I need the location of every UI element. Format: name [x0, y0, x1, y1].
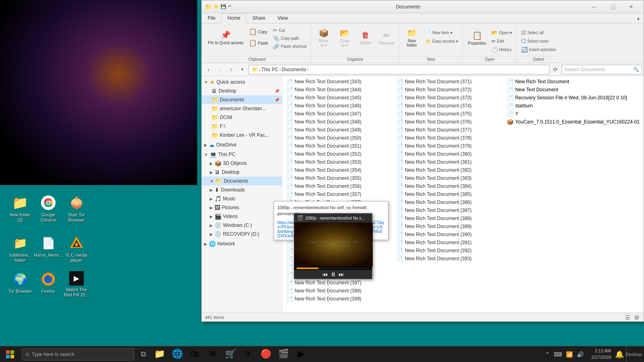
history-button[interactable]: 🕐 History — [489, 46, 514, 53]
start-button[interactable] — [0, 346, 20, 362]
forward-button[interactable]: › — [215, 65, 225, 74]
network-header[interactable]: ▶ 🌐 Network — [202, 239, 282, 248]
list-item[interactable]: 📄New Rich Text Document — [504, 78, 642, 86]
pin-to-quick-access-button[interactable]: 📌 Pin to Quick access — [206, 27, 246, 49]
desktop-icon-new-folder[interactable]: 📁 New folder(3) — [4, 193, 36, 224]
list-item[interactable]: 📄New Rich Text Document (387) — [394, 206, 504, 214]
task-view-button[interactable]: ⧉ — [136, 346, 151, 362]
sidebar-item-desktop[interactable]: 🖥 Desktop 📌 — [202, 86, 282, 95]
list-item[interactable]: 📄New Rich Text Document (393) — [394, 255, 504, 263]
ribbon-tab-view[interactable]: View — [271, 13, 294, 23]
list-item[interactable]: 📄New Rich Text Document (373) — [394, 94, 504, 102]
select-none-button[interactable]: ☐ Select none — [519, 37, 558, 45]
new-folder-button[interactable]: 📁 Newfolder — [402, 27, 422, 49]
sidebar-item-f-drive[interactable]: 📁 F:\ — [202, 122, 282, 131]
taskbar-search[interactable]: ⊙ Type here to search — [22, 348, 134, 360]
list-item[interactable]: 📄New Rich Text Document (374) — [394, 102, 504, 110]
list-item[interactable]: 📄New Rich Text Document (346) — [284, 102, 394, 110]
taskbar-app-media[interactable]: ▶ — [292, 346, 310, 362]
list-item[interactable]: 📄New Rich Text Document (382) — [394, 166, 504, 174]
network-tray-icon[interactable]: 📶 — [565, 350, 574, 358]
list-item[interactable]: 📄New Rich Text Document (399) — [284, 295, 394, 303]
list-item[interactable]: 📄New Rich Text Document (355) — [284, 174, 394, 182]
list-item[interactable]: 📄New Rich Text Document (390) — [394, 230, 504, 239]
list-item[interactable]: 📄New Rich Text Document (372) — [394, 86, 504, 94]
rename-button[interactable]: ✏ Rename — [376, 27, 396, 49]
vlc-pause-button[interactable]: ⏸ — [330, 271, 336, 278]
sidebar-item-kimber[interactable]: 📁 Kimber Lee - VR Pac... — [202, 131, 282, 140]
list-item[interactable]: 📄New Rich Text Document (381) — [394, 158, 504, 166]
list-item[interactable]: 📄New Rich Text Document (357) — [284, 190, 394, 198]
sidebar-item-desktop-pc[interactable]: ▶ 🖥 Desktop — [202, 168, 282, 177]
cut-button[interactable]: ✂ Cut — [271, 27, 308, 34]
copy-path-button[interactable]: 📎 Copy path — [271, 35, 308, 42]
this-pc-header[interactable]: ▼ 💻 This PC — [202, 150, 282, 159]
list-item[interactable]: 📄New Rich Text Document (375) — [394, 110, 504, 118]
sidebar-item-videos[interactable]: ▶ 🎬 Videos — [202, 212, 282, 221]
show-desktop-button[interactable]: Desktop — [626, 346, 641, 362]
system-clock[interactable]: 2:12 AM 2/27/2020 — [587, 348, 611, 360]
list-item[interactable]: 📄New Rich Text Document (350) — [284, 134, 394, 142]
list-item[interactable]: 📄New Rich Text Document (391) — [394, 239, 504, 247]
new-item-button[interactable]: 📄 New item ▾ — [423, 29, 460, 37]
desktop-icon-firefox[interactable]: Firefox — [32, 269, 64, 296]
taskbar-app-store[interactable]: 🛍 — [186, 346, 204, 362]
list-item[interactable]: 📄starburn — [504, 102, 642, 110]
list-item[interactable]: 📄New Rich Text Document (385) — [394, 190, 504, 198]
sidebar-item-documents-pc[interactable]: ▼ 📁 Documents — [202, 177, 282, 185]
list-item[interactable]: 📄New Rich Text Document (354) — [284, 166, 394, 174]
list-item[interactable]: 📄New Rich Text Document (384) — [394, 182, 504, 190]
vlc-next-button[interactable]: ⏭ — [339, 271, 344, 278]
taskbar-app-file-explorer[interactable]: 📁 — [151, 346, 168, 362]
desktop-icon-watch[interactable]: ▶ Watch TheRed Pill 20... — [60, 269, 93, 299]
desktop-icon-tor-browser-start[interactable]: 🧅 Start Tor Browser — [60, 193, 93, 224]
edit-button[interactable]: ✏ Edit — [489, 37, 514, 45]
sidebar-item-downloads[interactable]: ▶ ⬇ Downloads — [202, 185, 282, 194]
list-item[interactable]: 📄New Rich Text Document (383) — [394, 174, 504, 182]
vlc-prev-button[interactable]: ⏮ — [322, 271, 328, 278]
notification-center-button[interactable]: 🔔 — [615, 350, 624, 359]
sidebar-item-music[interactable]: ▶ 🎵 Music — [202, 194, 282, 203]
list-item[interactable]: 📄New Rich Text Document (388) — [394, 214, 504, 222]
taskbar-app-mail[interactable]: ✉ — [204, 346, 221, 362]
paste-button[interactable]: 📋 Paste — [247, 38, 270, 49]
list-item[interactable]: 📄New Rich Text Document (348) — [284, 118, 394, 126]
list-item[interactable]: 📄New Rich Text Document (389) — [394, 222, 504, 230]
sidebar-item-windows-c[interactable]: ▶ 💿 Windows (C:) — [202, 221, 282, 230]
minimize-button[interactable]: — — [585, 0, 603, 13]
ribbon-tab-home[interactable]: Home — [221, 13, 246, 23]
taskbar-app-edge[interactable]: 🌐 — [168, 346, 186, 362]
desktop-icon-tor[interactable]: 🌍 Tor Browser — [4, 269, 36, 296]
details-view-button[interactable]: ☰ — [624, 314, 632, 321]
taskbar-app-tripadvisor[interactable]: ✈ — [239, 346, 257, 362]
copy-to-button[interactable]: 📂 Copyto ▾ — [334, 27, 355, 49]
taskbar-app-opera[interactable]: 🔴 — [257, 346, 275, 362]
open-button[interactable]: 📂 Open ▾ — [489, 29, 514, 37]
sidebar-item-americavr[interactable]: 📁 americavr-Sheridan... — [202, 104, 282, 113]
list-item[interactable]: 📄New Rich Text Document (397) — [284, 279, 394, 287]
sidebar-item-documents[interactable]: 📁 Documents 📌 — [202, 95, 282, 104]
ribbon-tab-share[interactable]: Share — [246, 13, 271, 23]
list-item[interactable]: 📄New Rich Text Document (386) — [394, 198, 504, 206]
list-item[interactable]: 📄Recovery Session File # Wed, 08-Jun-201… — [504, 94, 642, 102]
up-button[interactable]: ↑ — [226, 65, 236, 74]
properties-button[interactable]: 📋 Properties — [465, 27, 489, 49]
desktop-icon-vlc[interactable]: VLC mediaplayer — [60, 233, 93, 265]
list-item[interactable]: 📄New Rich Text Document (347) — [284, 110, 394, 118]
volume-icon[interactable]: 🔊 — [576, 350, 584, 358]
sidebar-item-dcim[interactable]: 📁 DCIM — [202, 113, 282, 122]
back-button[interactable]: ‹ — [203, 65, 214, 74]
list-item[interactable]: 📄New Rich Text Document (353) — [284, 158, 394, 166]
desktop-icon-google-chrome[interactable]: Google Chrome — [32, 193, 64, 224]
delete-button[interactable]: 🗑 Delete — [355, 27, 376, 49]
list-item[interactable]: 📄New Rich Text Document (376) — [394, 118, 504, 126]
ribbon-collapse-button[interactable]: ▲ — [633, 13, 644, 23]
ribbon-tab-file[interactable]: File — [202, 13, 221, 23]
list-item[interactable]: 📄New Rich Text Document (345) — [284, 94, 394, 102]
list-item[interactable]: 📄New Rich Text Document (371) — [394, 78, 504, 86]
desktop-icon-horus[interactable]: 📄 Horus_Herm... — [32, 233, 64, 259]
desktop-icon-sublimina[interactable]: 📁 'sublimina...folder — [4, 233, 36, 265]
list-item[interactable]: 📄Y — [504, 110, 642, 118]
search-box[interactable]: Search Documents 🔍 — [561, 65, 642, 74]
taskbar-app-amazon[interactable]: 🛒 — [221, 346, 239, 362]
